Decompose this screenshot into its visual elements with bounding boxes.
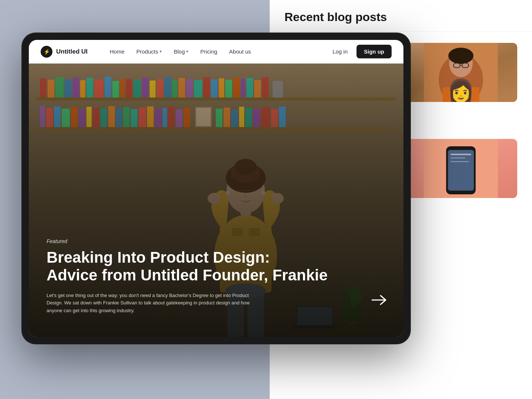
nav-link-pricing[interactable]: Pricing <box>200 48 217 55</box>
featured-label: Featured <box>47 238 366 244</box>
hero-description: Let's get one thing out of the way: you … <box>47 292 261 315</box>
svg-rect-16 <box>448 150 474 191</box>
blog-posts-header: Recent blog posts <box>270 0 532 32</box>
logo-icon: ⚡ <box>41 46 52 58</box>
logo-area: ⚡ Untitled UI <box>41 46 88 58</box>
hero-title-line2: Advice from Untitled Founder, Frankie <box>47 266 328 284</box>
device-svg <box>405 139 517 198</box>
svg-rect-19 <box>451 161 469 162</box>
nav-actions: Log in Sign up <box>328 45 392 58</box>
svg-rect-7 <box>443 87 480 102</box>
blog-posts-title: Recent blog posts <box>284 10 517 24</box>
products-chevron-icon: ▾ <box>160 49 162 54</box>
nav-link-products[interactable]: Products ▾ <box>136 48 162 55</box>
nav-link-blog[interactable]: Blog ▾ <box>174 48 188 55</box>
blog-chevron-icon: ▾ <box>186 49 188 54</box>
login-button[interactable]: Log in <box>328 45 352 58</box>
blog-card-4-image <box>405 139 517 198</box>
nav-links: Home Products ▾ Blog ▾ Pricing About us <box>110 48 328 55</box>
hero-title-line1: Breaking Into Product Design: <box>47 249 270 266</box>
tablet-wrapper: ⚡ Untitled UI Home Products ▾ Blog ▾ <box>22 33 410 344</box>
svg-point-3 <box>449 48 474 64</box>
tablet-screen: ⚡ Untitled UI Home Products ▾ Blog ▾ <box>29 40 403 337</box>
svg-rect-18 <box>451 157 466 158</box>
blog-card-2-image <box>405 43 517 102</box>
nav-link-about[interactable]: About us <box>229 48 251 55</box>
tablet-outer-frame: ⚡ Untitled UI Home Products ▾ Blog ▾ <box>22 33 410 344</box>
hero-section: Featured Breaking Into Product Design: A… <box>29 64 403 337</box>
blog-card-2[interactable] <box>401 39 521 135</box>
navbar: ⚡ Untitled UI Home Products ▾ Blog ▾ <box>29 40 403 64</box>
blog-card-4[interactable] <box>401 135 521 231</box>
logo-text: Untitled UI <box>56 48 88 55</box>
nav-link-home[interactable]: Home <box>110 48 125 55</box>
hero-content: Featured Breaking Into Product Design: A… <box>47 238 366 315</box>
hero-title: Breaking Into Product Design: Advice fro… <box>47 249 366 284</box>
hero-next-arrow[interactable] <box>370 293 389 307</box>
signup-button[interactable]: Sign up <box>357 45 392 58</box>
svg-rect-17 <box>451 154 471 155</box>
person-svg-1 <box>405 43 517 102</box>
